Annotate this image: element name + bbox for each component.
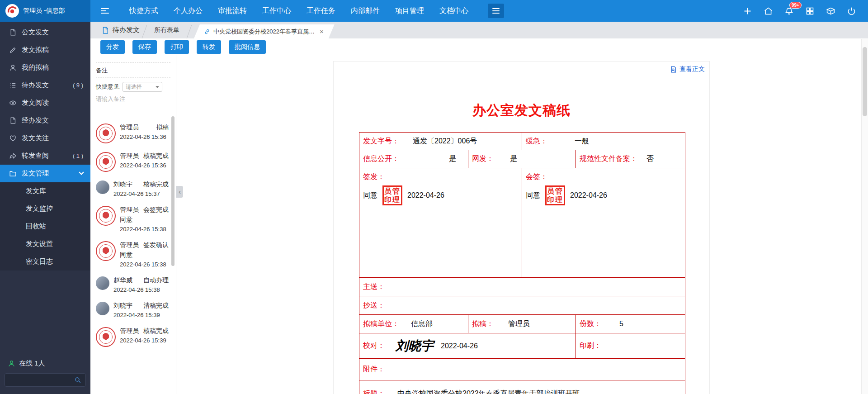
sidebar-item-doc-reading[interactable]: 发文阅读	[0, 94, 90, 112]
distribute-button[interactable]: 分发	[100, 40, 125, 54]
nav-item-work-center[interactable]: 工作中心	[255, 0, 299, 22]
top-nav: 快捷方式 个人办公 审批流转 工作中心 工作任务 内部邮件 项目管理 文档中心	[122, 0, 476, 22]
quick-opinion-select[interactable]: 请选择	[123, 82, 162, 92]
sidebar-subitem-dispatch-library[interactable]: 发文库	[0, 182, 90, 200]
sidebar-item-doc-follow[interactable]: 发文关注	[0, 129, 90, 147]
history-action: 签发确认	[143, 241, 169, 249]
save-button[interactable]: 保存	[132, 40, 157, 54]
sidebar-item-forward-review[interactable]: 转发查阅 ( 1 )	[0, 147, 90, 165]
draft-unit-value: 信息部	[411, 319, 433, 329]
action-toolbar: 分发 保存 打印 转发 批阅信息	[90, 38, 861, 55]
search-input[interactable]	[9, 377, 74, 384]
gift-box-icon[interactable]	[826, 6, 835, 16]
online-user-icon	[8, 360, 15, 367]
note-input[interactable]: 请输入备注	[96, 95, 170, 110]
nav-item-project-management[interactable]: 项目管理	[387, 0, 432, 22]
close-icon[interactable]	[320, 28, 324, 35]
sidebar-item-label: 待办发文	[22, 81, 49, 90]
countersign-date: 2022-04-26	[570, 191, 607, 199]
history-action: 核稿完成	[143, 327, 169, 335]
app-root: 管理员 -信息部 快捷方式 个人办公 审批流转 工作中心 工作任务 内部邮件 项…	[0, 0, 868, 394]
sidebar-item-official-doc-dispatch[interactable]: 公文发文	[0, 24, 90, 41]
company-logo-icon	[5, 4, 19, 18]
nav-item-shortcuts[interactable]: 快捷方式	[122, 0, 166, 22]
history-time: 2022-04-26 15:38	[120, 261, 169, 268]
process-history-list: 管理员拟稿 2022-04-26 15:36 管理员核稿完成 2022-04-2…	[90, 116, 176, 347]
history-name: 管理员	[120, 241, 139, 249]
nav-item-work-tasks[interactable]: 工作任务	[299, 0, 343, 22]
sidebar-toggle-icon[interactable]	[101, 8, 109, 14]
module-label: 待办发文	[101, 22, 140, 38]
notifications-button[interactable]: 99+	[784, 5, 794, 17]
sidebar-item-label: 发文拟稿	[22, 46, 49, 54]
apps-grid-icon[interactable]	[805, 6, 815, 16]
drafter-value: 管理员	[508, 319, 530, 329]
field-label: 校对：	[359, 341, 385, 351]
panel-scrollbar-thumb[interactable]	[171, 116, 175, 266]
main-scrollbar[interactable]	[861, 39, 868, 394]
main-scrollbar-thumb[interactable]	[863, 47, 867, 116]
more-menus-button[interactable]	[488, 4, 504, 18]
nav-item-internal-mail[interactable]: 内部邮件	[343, 0, 387, 22]
nav-item-approval-flow[interactable]: 审批流转	[210, 0, 255, 22]
plus-icon[interactable]	[743, 6, 752, 16]
sidebar-item-draft-doc[interactable]: 发文拟稿	[0, 41, 90, 59]
field-label: 印刷：	[576, 341, 601, 351]
history-action: 核稿完成	[143, 180, 169, 189]
sidebar-subitem-dispatch-settings[interactable]: 发文设置	[0, 235, 90, 253]
power-logout-icon[interactable]	[847, 6, 856, 16]
history-name: 管理员	[120, 123, 139, 132]
heart-icon	[9, 134, 17, 142]
top-icons: 99+	[743, 5, 868, 17]
history-time: 2022-04-26 15:39	[120, 337, 169, 344]
seal-avatar	[96, 327, 116, 347]
nav-item-document-center[interactable]: 文档中心	[432, 0, 476, 22]
nav-item-personal-office[interactable]: 个人办公	[166, 0, 210, 22]
document-title: 办公室发文稿纸	[334, 101, 709, 120]
online-status: 在线 1人	[8, 359, 45, 368]
view-doc-icon	[670, 66, 677, 73]
seal-line2: 印理	[547, 195, 564, 204]
photo-avatar	[96, 276, 109, 290]
history-item: 管理员拟稿 2022-04-26 15:36	[96, 123, 169, 143]
sidebar-item-my-drafts[interactable]: 我的拟稿	[0, 59, 90, 76]
sidebar-subitem-recycle-bin[interactable]: 回收站	[0, 218, 90, 235]
sidebar-subitem-secret-doc-log[interactable]: 密文日志	[0, 253, 90, 271]
panel-collapse-handle[interactable]	[176, 186, 183, 198]
tab-current-document[interactable]: 中央党校国资委分校2022年春季直属…	[194, 24, 335, 38]
sidebar-item-label: 发文管理	[22, 169, 49, 178]
photo-avatar	[96, 180, 109, 194]
eye-icon	[9, 99, 17, 107]
history-name: 赵华威	[113, 276, 132, 285]
print-button[interactable]: 打印	[165, 40, 189, 54]
field-label: 信息公开：	[359, 154, 399, 164]
history-time: 2022-04-26 15:36	[120, 162, 169, 169]
sign-date: 2022-04-26	[407, 191, 444, 199]
review-info-button[interactable]: 批阅信息	[229, 40, 266, 54]
seal-line1: 员管	[384, 187, 401, 195]
search-icon[interactable]	[74, 376, 81, 384]
field-label: 缓急：	[522, 137, 547, 146]
sidebar-item-handled-docs[interactable]: 经办发文	[0, 112, 90, 129]
field-label: 规范性文件备案：	[576, 154, 637, 164]
history-action: 核稿完成	[143, 152, 169, 160]
proofread-date: 2022-04-26	[441, 342, 478, 350]
sidebar-item-label: 公文发文	[22, 28, 49, 37]
seal-line1: 员管	[547, 187, 564, 195]
item-count: ( 1 )	[73, 152, 83, 159]
online-count-label: 在线 1人	[19, 359, 45, 368]
view-body-link[interactable]: 查看正文	[670, 65, 705, 73]
seal-avatar	[96, 241, 116, 261]
notification-badge: 99+	[789, 2, 802, 9]
sidebar-item-pending-dispatch[interactable]: 待办发文 ( 9 )	[0, 76, 90, 94]
sidebar-item-dispatch-management[interactable]: 发文管理	[0, 165, 90, 182]
field-label: 份数：	[576, 319, 601, 329]
sidebar-subitem-dispatch-monitor[interactable]: 发文监控	[0, 200, 90, 218]
field-label: 网发：	[468, 154, 494, 164]
history-time: 2022-04-26 15:37	[113, 190, 169, 197]
tab-all-forms[interactable]: 所有表单	[140, 22, 194, 38]
home-icon[interactable]	[764, 6, 773, 16]
forward-button[interactable]: 转发	[197, 40, 221, 54]
sidebar-item-label: 经办发文	[22, 116, 49, 125]
forward-icon	[9, 152, 17, 160]
